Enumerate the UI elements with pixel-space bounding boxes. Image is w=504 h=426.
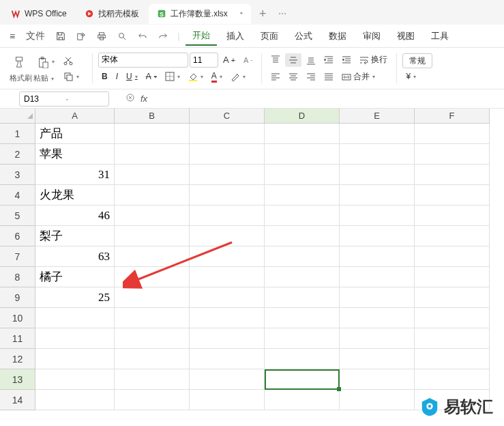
cell[interactable] xyxy=(415,369,490,390)
align-center-button[interactable] xyxy=(285,70,301,84)
align-justify-button[interactable] xyxy=(321,70,337,84)
cell[interactable] xyxy=(265,124,340,144)
cell[interactable] xyxy=(190,144,265,165)
cell[interactable] xyxy=(265,185,340,205)
cell[interactable]: 46 xyxy=(35,205,115,226)
cell[interactable] xyxy=(415,185,490,205)
fill-color-button[interactable]: ▾ xyxy=(185,70,207,83)
cell[interactable] xyxy=(190,390,265,410)
increase-indent-button[interactable] xyxy=(338,53,355,67)
cell[interactable] xyxy=(115,205,190,226)
cell[interactable] xyxy=(340,390,415,410)
cell[interactable]: 火龙果 xyxy=(35,185,115,205)
undo-icon[interactable] xyxy=(134,29,151,44)
align-middle-button[interactable] xyxy=(285,53,301,67)
cell[interactable] xyxy=(190,287,265,308)
cell[interactable] xyxy=(115,124,190,144)
cell[interactable] xyxy=(190,246,265,267)
cell[interactable] xyxy=(340,369,415,390)
hamburger-icon[interactable]: ≡ xyxy=(5,28,19,44)
redo-icon[interactable] xyxy=(154,29,172,44)
row-header[interactable]: 3 xyxy=(0,165,35,185)
cell[interactable] xyxy=(340,226,415,246)
col-header-d[interactable]: D xyxy=(265,109,340,124)
cell[interactable] xyxy=(190,226,265,246)
cell[interactable]: 63 xyxy=(35,246,115,267)
cell[interactable] xyxy=(340,124,415,144)
align-bottom-button[interactable] xyxy=(303,53,319,67)
number-format-select[interactable]: 常规 xyxy=(402,53,432,68)
preview-icon[interactable] xyxy=(113,29,131,44)
decrease-indent-button[interactable] xyxy=(321,53,337,67)
paste-button[interactable]: ▾ xyxy=(33,54,58,70)
merge-cells-button[interactable]: 合并▾ xyxy=(338,69,379,85)
row-header[interactable]: 5 xyxy=(0,205,35,226)
cell[interactable] xyxy=(115,287,190,308)
cell[interactable]: 梨子 xyxy=(35,226,115,246)
cell[interactable] xyxy=(115,246,190,267)
cell[interactable] xyxy=(340,144,415,165)
tab-menu-button[interactable]: ⋯ xyxy=(275,7,290,20)
cell[interactable] xyxy=(190,267,265,287)
cell[interactable] xyxy=(340,328,415,349)
cell[interactable] xyxy=(415,165,490,185)
font-size-select[interactable] xyxy=(190,53,218,68)
decrease-font-button[interactable]: A- xyxy=(240,54,256,66)
cell[interactable]: 产品 xyxy=(35,124,115,144)
align-right-button[interactable] xyxy=(303,70,319,84)
currency-button[interactable]: ¥ ▾ xyxy=(402,70,432,83)
cell[interactable] xyxy=(190,165,265,185)
cell[interactable] xyxy=(340,205,415,226)
cell[interactable] xyxy=(265,226,340,246)
col-header-f[interactable]: F xyxy=(415,109,490,124)
copy-button[interactable]: ▾ xyxy=(59,69,83,84)
align-left-button[interactable] xyxy=(267,70,284,84)
cell[interactable] xyxy=(265,165,340,185)
print-icon[interactable] xyxy=(93,29,110,44)
cell[interactable]: 橘子 xyxy=(35,267,115,287)
fx-label[interactable]: fx xyxy=(140,94,147,104)
cell[interactable] xyxy=(415,267,490,287)
cell[interactable] xyxy=(415,246,490,267)
bold-button[interactable]: B xyxy=(98,70,111,83)
menu-view[interactable]: 视图 xyxy=(390,27,421,45)
cell[interactable] xyxy=(265,390,340,410)
cell[interactable] xyxy=(115,185,190,205)
cell[interactable]: 25 xyxy=(35,287,115,308)
align-top-button[interactable] xyxy=(267,53,284,67)
col-header-b[interactable]: B xyxy=(115,109,190,124)
cell[interactable] xyxy=(415,124,490,144)
row-header[interactable]: 2 xyxy=(0,144,35,165)
cell[interactable] xyxy=(340,349,415,369)
menu-insert[interactable]: 插入 xyxy=(220,27,251,45)
row-header[interactable]: 8 xyxy=(0,267,35,287)
row-header[interactable]: 13 xyxy=(0,369,35,390)
col-header-a[interactable]: A xyxy=(35,109,115,124)
cell[interactable] xyxy=(115,226,190,246)
cell[interactable] xyxy=(115,267,190,287)
cancel-formula-icon[interactable] xyxy=(125,93,135,104)
cut-button[interactable] xyxy=(59,53,83,68)
cell[interactable] xyxy=(265,308,340,328)
cell[interactable] xyxy=(265,205,340,226)
cell[interactable] xyxy=(115,390,190,410)
cell[interactable] xyxy=(190,124,265,144)
menu-tools[interactable]: 工具 xyxy=(424,27,456,45)
format-painter-button[interactable] xyxy=(10,54,32,70)
cell[interactable] xyxy=(115,369,190,390)
wrap-text-button[interactable]: 换行 xyxy=(356,52,391,68)
cell[interactable] xyxy=(415,349,490,369)
cell[interactable] xyxy=(415,308,490,328)
menu-formula[interactable]: 公式 xyxy=(288,27,319,45)
cell[interactable] xyxy=(265,287,340,308)
cell[interactable] xyxy=(340,287,415,308)
cell[interactable] xyxy=(340,267,415,287)
increase-font-button[interactable]: A+ xyxy=(220,53,239,67)
cell[interactable] xyxy=(265,246,340,267)
col-header-e[interactable]: E xyxy=(340,109,415,124)
select-all-corner[interactable] xyxy=(0,109,35,124)
tab-current-file[interactable]: S 工作簿数量.xlsx • xyxy=(149,4,251,24)
row-header[interactable]: 10 xyxy=(0,308,35,328)
border-button[interactable]: ▾ xyxy=(162,70,183,83)
row-header[interactable]: 1 xyxy=(0,124,35,144)
